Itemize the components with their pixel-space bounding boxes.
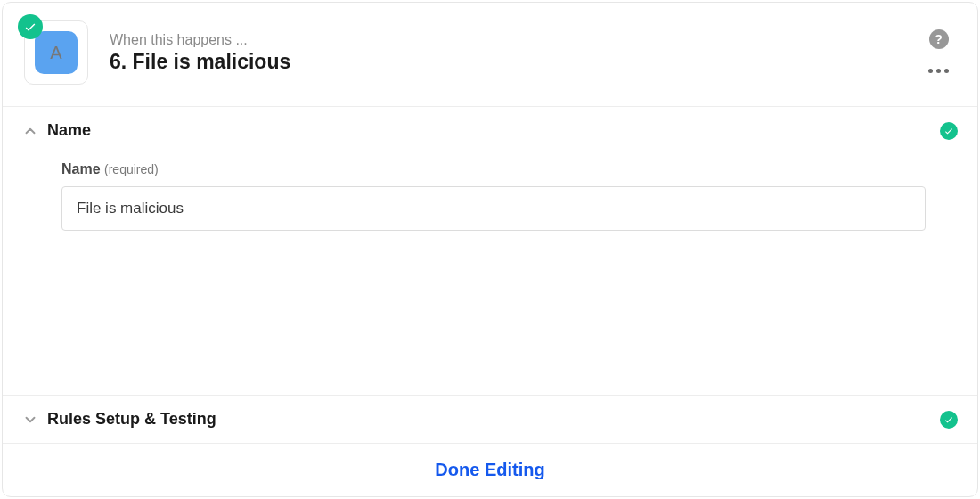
name-input[interactable] xyxy=(61,186,926,231)
section-rules-status xyxy=(940,411,958,429)
footer: Done Editing xyxy=(3,444,977,496)
section-rules-title: Rules Setup & Testing xyxy=(47,410,940,429)
section-name-title: Name xyxy=(47,121,940,140)
header-title: 6. File is malicious xyxy=(110,50,925,74)
chevron-down-icon xyxy=(22,412,38,428)
header-subtitle: When this happens ... xyxy=(110,32,925,48)
help-icon[interactable]: ? xyxy=(929,29,949,49)
name-field-required: (required) xyxy=(104,162,159,176)
app-icon-container: A xyxy=(24,20,88,85)
header-actions: ? xyxy=(925,29,952,77)
section-name-status xyxy=(940,122,958,140)
chevron-up-icon xyxy=(22,123,38,139)
header-text: When this happens ... 6. File is malicio… xyxy=(110,32,925,74)
name-field-label-text: Name xyxy=(61,161,101,176)
status-check-badge xyxy=(18,14,43,39)
step-header: A When this happens ... 6. File is malic… xyxy=(3,3,977,106)
check-icon xyxy=(943,414,954,425)
more-icon[interactable] xyxy=(925,65,952,77)
check-icon xyxy=(23,20,37,34)
section-name-header[interactable]: Name xyxy=(3,107,977,154)
check-icon xyxy=(943,126,954,136)
app-icon-letter: A xyxy=(50,43,61,63)
name-field-label: Name (required) xyxy=(61,161,958,177)
step-editor-card: A When this happens ... 6. File is malic… xyxy=(2,2,978,497)
done-editing-button[interactable]: Done Editing xyxy=(435,460,544,480)
section-name-body: Name (required) xyxy=(3,154,977,395)
section-rules-header[interactable]: Rules Setup & Testing xyxy=(3,396,977,443)
app-icon: A xyxy=(35,31,78,74)
